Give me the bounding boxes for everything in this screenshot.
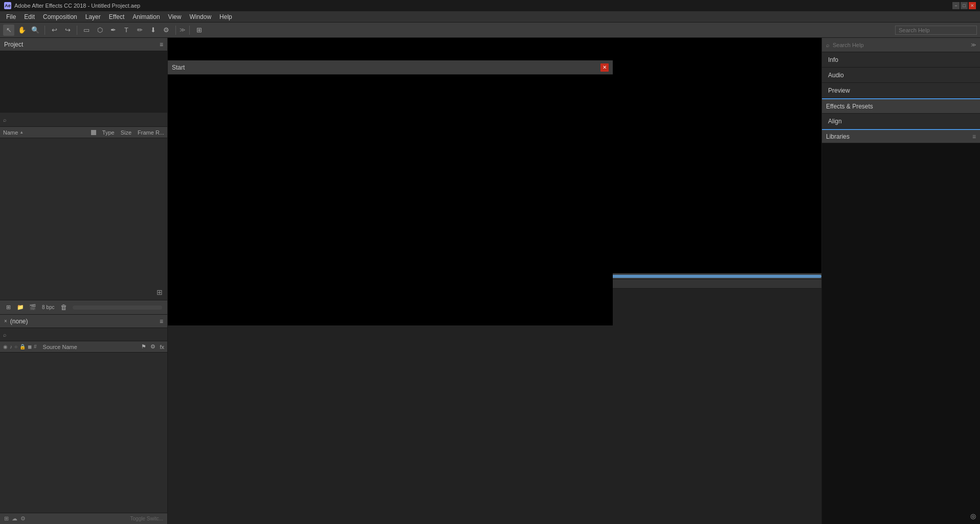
- delete-button[interactable]: 🗑: [58, 302, 69, 313]
- label-col-icon: ◼: [28, 344, 32, 350]
- start-dialog-content: [168, 75, 613, 325]
- select-tool[interactable]: ↖: [3, 25, 14, 36]
- comp-view-btn[interactable]: ⊞: [193, 25, 205, 36]
- playhead-icon: ◎: [970, 512, 976, 520]
- right-panel: ⌕ ≫ Info Audio Preview Effects & Presets…: [821, 38, 980, 524]
- toolbar: ↖ ✋ 🔍 ↩ ↪ ▭ ⬡ ✒ T ✏ ⬇ ⚙ ≫ ⊞: [0, 23, 980, 38]
- project-panel-title: Project: [4, 41, 160, 48]
- toolbar-separator-2: [77, 26, 77, 35]
- text-tool[interactable]: T: [121, 25, 132, 36]
- layer-search-input[interactable]: [9, 332, 126, 338]
- effects-presets-panel: Effects & Presets: [822, 98, 980, 114]
- video-icon: ◉: [3, 344, 8, 350]
- start-dialog-close-button[interactable]: ✕: [600, 63, 609, 72]
- layer-columns: ◉ ♪ ○ 🔒 ◼ # Source Name ⚑ ⚙ fx: [0, 341, 167, 353]
- pen-tool[interactable]: ✒: [107, 25, 119, 36]
- toolbar-separator-1: [44, 26, 45, 35]
- title-bar: Ae Adobe After Effects CC 2018 - Untitle…: [0, 0, 980, 11]
- search-help-icon: ⌕: [826, 42, 830, 48]
- close-button[interactable]: ✕: [969, 2, 976, 9]
- center-panel: Start ✕ ◎: [168, 38, 821, 524]
- pin-tool[interactable]: ⬇: [147, 25, 159, 36]
- new-footage-button[interactable]: 🎬: [28, 302, 38, 313]
- layer-col-right: ⚑ ⚙ fx: [138, 343, 167, 350]
- cloud-icon[interactable]: ☁: [12, 515, 17, 522]
- libraries-panel-content: [822, 143, 980, 524]
- panel-overflow-button[interactable]: ≫: [971, 42, 976, 48]
- bpc-label[interactable]: 8 bpc: [42, 304, 54, 310]
- project-panel-header: Project ≡: [0, 38, 167, 51]
- menu-bar: File Edit Composition Layer Effect Anima…: [0, 11, 980, 23]
- new-item-button[interactable]: ⊞: [3, 302, 13, 313]
- audio-panel-item[interactable]: Audio: [822, 68, 980, 83]
- menu-effect[interactable]: Effect: [105, 12, 128, 21]
- project-scrollbar[interactable]: [73, 305, 162, 310]
- search-help-input[interactable]: [833, 42, 968, 48]
- status-bar: ⊞ ☁ ⚙ Toggle Switc...: [0, 513, 167, 524]
- menu-window[interactable]: Window: [185, 12, 215, 21]
- comp-panel-title: (none): [10, 318, 157, 325]
- project-col-name: Name ▲: [0, 129, 88, 136]
- menu-view[interactable]: View: [164, 12, 186, 21]
- search-help-bar: ⌕ ≫: [822, 38, 980, 52]
- project-col-type: Type: [99, 129, 118, 136]
- project-menu-button[interactable]: ≡: [160, 41, 163, 48]
- preview-panel-item[interactable]: Preview: [822, 83, 980, 98]
- project-columns: Name ▲ Type Size Frame R...: [0, 127, 167, 138]
- toolbar-expand-icon[interactable]: ≫: [180, 27, 186, 33]
- comp-timeline-panel: × (none) ≡ ⌕ ◉ ♪ ○ 🔒 ◼ # Source Name: [0, 314, 167, 524]
- title-text: Adobe After Effects CC 2018 - Untitled P…: [14, 3, 949, 9]
- effects-presets-header: Effects & Presets: [822, 99, 980, 114]
- new-composition-button[interactable]: ⊞: [155, 288, 164, 297]
- zoom-tool[interactable]: 🔍: [30, 25, 41, 36]
- comp-panel-header: × (none) ≡: [0, 315, 167, 328]
- hand-tool[interactable]: ✋: [16, 25, 28, 36]
- menu-animation[interactable]: Animation: [128, 12, 164, 21]
- effects-col: fx: [160, 344, 164, 350]
- start-dialog-title: Start: [172, 64, 597, 71]
- start-dialog: Start ✕: [168, 60, 613, 325]
- libraries-panel-header: Libraries ≡: [822, 129, 980, 143]
- menu-layer[interactable]: Layer: [81, 12, 105, 21]
- comp-menu-button[interactable]: ≡: [160, 318, 163, 325]
- align-panel-item[interactable]: Align: [822, 114, 980, 129]
- layer-col-icons: ◉ ♪ ○ 🔒 ◼ #: [0, 344, 40, 350]
- shape-tool[interactable]: ⬡: [94, 25, 105, 36]
- roto-tool[interactable]: ⚙: [161, 25, 172, 36]
- window-controls: − □ ✕: [952, 2, 976, 9]
- rect-tool[interactable]: ▭: [81, 25, 92, 36]
- brush-tool[interactable]: ✏: [134, 25, 145, 36]
- menu-edit[interactable]: Edit: [20, 12, 39, 21]
- menu-help[interactable]: Help: [215, 12, 236, 21]
- libraries-panel: Libraries ≡: [822, 129, 980, 524]
- layer-search-icon: ⌕: [3, 332, 7, 338]
- motion-blur-col: ⚑: [141, 343, 146, 350]
- toggle-switches-label: Toggle Switc...: [130, 516, 163, 521]
- layer-content: [0, 353, 167, 513]
- maximize-button[interactable]: □: [961, 2, 968, 9]
- comp-close-button[interactable]: ×: [4, 318, 7, 324]
- menu-file[interactable]: File: [2, 12, 20, 21]
- start-dialog-header: Start ✕: [168, 60, 613, 75]
- menu-composition[interactable]: Composition: [39, 12, 81, 21]
- minimize-button[interactable]: −: [952, 2, 960, 9]
- bottom-icons: ⊞ ☁ ⚙: [4, 515, 26, 522]
- libraries-menu-button[interactable]: ≡: [972, 133, 976, 140]
- solo-icon: ○: [14, 344, 17, 350]
- hash-icon: #: [34, 344, 37, 350]
- project-col-framerate: Frame R...: [135, 129, 167, 136]
- project-col-size: Size: [118, 129, 135, 136]
- project-search-input[interactable]: [9, 117, 164, 123]
- undo-tool[interactable]: ↩: [49, 25, 60, 36]
- info-panel-item[interactable]: Info: [822, 52, 980, 68]
- redo-tool[interactable]: ↪: [62, 25, 73, 36]
- new-folder-button[interactable]: 📁: [15, 302, 26, 313]
- home-icon[interactable]: ⊞: [4, 515, 9, 522]
- left-panel: Project ≡ ⌕ Name ▲ Type: [0, 38, 168, 524]
- project-search-bar: ⌕: [0, 113, 167, 127]
- project-bottom-toolbar: ⊞ 📁 🎬 8 bpc 🗑: [0, 300, 167, 314]
- settings-icon[interactable]: ⚙: [20, 515, 26, 522]
- search-help-toolbar[interactable]: [895, 26, 977, 35]
- lock-icon: 🔒: [19, 344, 26, 350]
- layer-search-bar: ⌕: [0, 328, 167, 341]
